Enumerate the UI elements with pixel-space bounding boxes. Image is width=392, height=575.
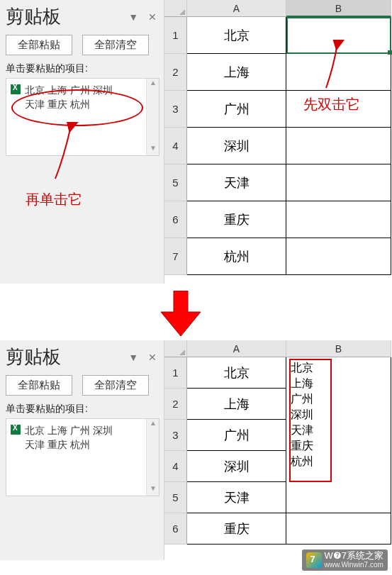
close-icon[interactable]: ✕ (148, 352, 157, 363)
select-all-corner[interactable] (164, 340, 187, 357)
cell-A6[interactable]: 重庆 (187, 513, 286, 545)
cell-A3[interactable]: 广州 (187, 420, 286, 451)
col-header-B[interactable]: B (286, 0, 391, 17)
clipboard-pane: 剪贴板 ▼ ✕ 全部粘贴 全部清空 单击要粘贴的项目: 北京 上海 广州 深圳 … (0, 0, 164, 284)
cell-A6[interactable]: 重庆 (187, 201, 286, 238)
cell-B7[interactable] (286, 238, 391, 275)
clipboard-item[interactable]: 北京 上海 广州 深圳 天津 重庆 杭州 (11, 83, 155, 111)
clipboard-pane: 剪贴板 ▼ ✕ 全部粘贴 全部清空 单击要粘贴的项目: 北京 上海 广州 深圳 … (0, 340, 164, 560)
cell-A5[interactable]: 天津 (187, 164, 286, 201)
row-header[interactable]: 4 (164, 128, 187, 164)
clipboard-section-label: 单击要粘贴的项目: (6, 62, 159, 75)
clear-all-button[interactable]: 全部清空 (82, 375, 149, 396)
col-header-A[interactable]: A (187, 0, 286, 17)
col-header-B[interactable]: B (286, 340, 391, 357)
cell-B4[interactable] (286, 128, 391, 164)
clipboard-item-text: 北京 上海 广州 深圳 天津 重庆 杭州 (25, 83, 113, 111)
row-header[interactable]: 3 (164, 91, 187, 128)
cell-B2[interactable] (286, 54, 391, 91)
col-header-A[interactable]: A (187, 340, 286, 357)
row-header[interactable]: 7 (164, 238, 187, 275)
cell-B6[interactable] (286, 201, 391, 238)
watermark-text: W❼7系统之家 www.Winwin7.com (325, 551, 384, 569)
clipboard-title: 剪贴板 (6, 345, 61, 369)
excel-icon (11, 425, 21, 435)
scroll-down-icon[interactable]: ▼ (148, 144, 158, 155)
row-header[interactable]: 2 (164, 389, 187, 420)
watermark-icon (306, 552, 322, 568)
cell-B3[interactable] (286, 91, 391, 128)
clipboard-section-label: 单击要粘贴的项目: (6, 403, 159, 415)
big-down-arrow-icon (159, 291, 202, 336)
clear-all-button[interactable]: 全部清空 (82, 35, 149, 55)
cell-B5[interactable] (286, 164, 391, 201)
watermark: W❼7系统之家 www.Winwin7.com (302, 549, 388, 571)
row-header[interactable]: 6 (164, 201, 187, 238)
cell-A3[interactable]: 广州 (187, 91, 286, 128)
clipboard-item-text: 北京 上海 广州 深圳 天津 重庆 杭州 (25, 423, 113, 452)
excel-icon (11, 84, 21, 94)
row-header[interactable]: 6 (164, 513, 187, 545)
scrollbar[interactable]: ▲ ▼ (146, 79, 159, 155)
row-header[interactable]: 5 (164, 482, 187, 513)
cell-A2[interactable]: 上海 (187, 389, 286, 420)
select-all-corner[interactable] (164, 0, 187, 17)
row-header[interactable]: 5 (164, 164, 187, 201)
cell-A7[interactable]: 杭州 (187, 238, 286, 275)
cell-B6[interactable] (286, 513, 391, 545)
cell-A1[interactable]: 北京 (187, 17, 286, 54)
cell-A1[interactable]: 北京 (187, 357, 286, 389)
scroll-down-icon[interactable]: ▼ (148, 484, 158, 496)
clipboard-items-area: 北京 上海 广州 深圳 天津 重庆 杭州 ▲ ▼ (6, 78, 159, 156)
row-header[interactable]: 1 (164, 17, 187, 54)
cell-A4[interactable]: 深圳 (187, 451, 286, 482)
dropdown-icon[interactable]: ▼ (128, 352, 138, 363)
paste-all-button[interactable]: 全部粘贴 (6, 375, 72, 396)
cell-B1-edit[interactable]: 北京 上海 广州 深圳 天津 重庆 杭州 (286, 357, 391, 499)
row-header[interactable]: 2 (164, 54, 187, 91)
cell-A4[interactable]: 深圳 (187, 128, 286, 164)
annotation-then-click: 再单击它 (26, 190, 82, 209)
cell-A5[interactable]: 天津 (187, 482, 286, 513)
dropdown-icon[interactable]: ▼ (128, 11, 138, 23)
cell-B1[interactable] (286, 17, 391, 54)
row-header[interactable]: 1 (164, 357, 187, 389)
scrollbar[interactable]: ▲ ▼ (146, 419, 159, 496)
paste-all-button[interactable]: 全部粘贴 (6, 35, 72, 55)
row-header[interactable]: 4 (164, 451, 187, 482)
scroll-up-icon[interactable]: ▲ (148, 79, 158, 90)
spreadsheet-top: A B 1 2 3 4 5 6 7 北京 上海 广州 深圳 天津 重庆 杭州 先… (164, 0, 392, 284)
close-icon[interactable]: ✕ (148, 11, 157, 23)
spreadsheet-bottom: A B 1 2 3 4 5 6 北京北京 上海 广州 深圳 天津 重庆 杭州 上… (164, 340, 392, 560)
clipboard-title: 剪贴板 (6, 4, 61, 29)
row-header[interactable]: 3 (164, 420, 187, 451)
cell-A2[interactable]: 上海 (187, 54, 286, 91)
clipboard-items-area: 北京 上海 广州 深圳 天津 重庆 杭州 ▲ ▼ (6, 418, 159, 496)
clipboard-item[interactable]: 北京 上海 广州 深圳 天津 重庆 杭州 (11, 423, 155, 452)
scroll-up-icon[interactable]: ▲ (148, 419, 158, 430)
